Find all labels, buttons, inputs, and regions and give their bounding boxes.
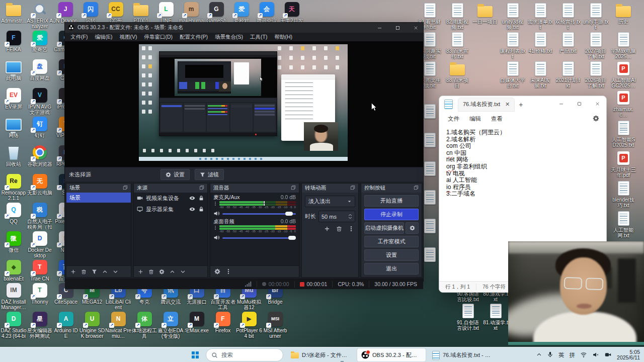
- scene-filters-button[interactable]: [92, 269, 97, 275]
- desktop-icon[interactable]: T↗Trae CN: [27, 259, 52, 282]
- desktop-icon[interactable]: 钉↗钉钉: [27, 116, 52, 138]
- desktop-icon[interactable]: ▶↗PotPlayer 64 bit: [236, 311, 262, 339]
- start-virtual-camera-button[interactable]: 启动虚拟摄像机: [364, 222, 404, 234]
- transition-select[interactable]: 淡入淡出: [305, 196, 355, 207]
- desktop-icon[interactable]: 微↗微信: [1, 230, 26, 253]
- notepad-minimize-button[interactable]: [552, 96, 570, 111]
- desktop-icon[interactable]: 回收站: [1, 144, 26, 167]
- desktop-icon[interactable]: 产品.txt: [555, 31, 581, 54]
- notepad-menu-编辑[interactable]: 编辑: [465, 114, 486, 124]
- advanced-audio-button[interactable]: [214, 268, 220, 275]
- obs-menu-item[interactable]: 视图(V): [116, 33, 140, 41]
- remove-scene-button[interactable]: [81, 269, 87, 275]
- obs-maximize-button[interactable]: [390, 23, 405, 33]
- mute-speaker-icon[interactable]: [213, 234, 220, 241]
- desktop-icon[interactable]: 双绘宣传.txt: [555, 2, 581, 30]
- volume-slider[interactable]: [222, 211, 296, 216]
- desktop-icon[interactable]: F↗FEIKA: [1, 30, 26, 52]
- desktop-icon[interactable]: F↗Firefox: [210, 311, 235, 333]
- speaker-icon[interactable]: [592, 351, 599, 359]
- popout-dock-icon[interactable]: [123, 185, 128, 191]
- slider-knob[interactable]: [285, 212, 293, 216]
- virtual-camera-settings-button[interactable]: [406, 222, 419, 234]
- desktop-icon[interactable]: 闪↗闪转: [78, 1, 103, 24]
- source-list-item[interactable]: 显示器采集: [134, 204, 207, 215]
- desktop-icon[interactable]: 88.百米项目: [445, 60, 470, 88]
- remove-transition-button[interactable]: [336, 226, 342, 232]
- desktop-icon[interactable]: PT001: [128, 1, 153, 24]
- tray-chevron-up-icon[interactable]: [536, 352, 542, 358]
- notepad-tab[interactable]: 76.域名投资.txt ✕: [458, 98, 515, 112]
- add-transition-button[interactable]: [324, 226, 330, 232]
- desktop-icon[interactable]: 历史: [611, 2, 636, 25]
- tab-close-icon[interactable]: ✕: [505, 101, 510, 108]
- volume-slider[interactable]: [222, 235, 296, 240]
- desktop-icon[interactable]: T↗Thonny: [27, 282, 52, 305]
- mute-speaker-icon[interactable]: [213, 210, 220, 217]
- desktop-icon[interactable]: A↗Arduino IDE: [53, 311, 78, 339]
- camera-icon[interactable]: [604, 351, 612, 359]
- gear-icon[interactable]: [166, 172, 171, 177]
- duration-stepper[interactable]: 50 ms: [318, 211, 355, 222]
- obs-menu-item[interactable]: 场景集合(S): [211, 33, 247, 41]
- desktop-icon[interactable]: 一日一项目: [472, 2, 498, 25]
- popout-dock-icon[interactable]: [291, 185, 296, 191]
- camera-source-icon[interactable]: [137, 195, 143, 201]
- source-properties-button[interactable]: 设置: [160, 169, 190, 180]
- obs-minimize-button[interactable]: [372, 23, 387, 33]
- add-scene-button[interactable]: [70, 269, 76, 275]
- desktop-icon[interactable]: 立↗嘉立创EDA(专业版): [158, 311, 183, 339]
- desktop-icon[interactable]: Administr...: [1, 1, 26, 24]
- source-properties-button[interactable]: [159, 269, 165, 275]
- desktop-icon[interactable]: blender技巧.txt: [611, 180, 636, 208]
- notepad-menu-查看[interactable]: 查看: [487, 114, 507, 124]
- obs-menu-item[interactable]: 停靠窗口(D): [140, 33, 176, 41]
- desktop-icon[interactable]: M↗宅Max.exe: [184, 311, 209, 333]
- move-scene-up-button[interactable]: [102, 269, 108, 275]
- desktop-icon[interactable]: 未来AI发展.txt: [528, 60, 553, 88]
- desktop-icon[interactable]: unity3d视频.txt: [500, 2, 525, 30]
- desktop-icon[interactable]: 91.自创语言设计.txt: [455, 303, 480, 331]
- lock-icon[interactable]: [198, 206, 204, 212]
- obs-menu-item[interactable]: 帮助(H): [271, 33, 296, 41]
- drag-handle-icon[interactable]: [213, 225, 217, 230]
- mixer-options-button[interactable]: [225, 268, 231, 275]
- desktop-icon[interactable]: EV↗EV录屏: [1, 87, 26, 110]
- drag-handle-icon[interactable]: [213, 201, 217, 206]
- desktop-icon[interactable]: 41.价格.txt: [528, 31, 553, 54]
- start-streaming-button[interactable]: 开始直播: [364, 195, 419, 207]
- desktop-icon[interactable]: CC↗CC帝: [103, 1, 128, 24]
- wifi-icon[interactable]: [580, 351, 587, 359]
- settings-gear-icon[interactable]: [593, 115, 599, 123]
- desktop-icon[interactable]: 自媒体大平台.txt: [500, 60, 525, 88]
- transition-options-button[interactable]: [348, 226, 354, 232]
- desktop-icon[interactable]: P人工智能AIGC2025…: [611, 60, 636, 88]
- monitor-source-icon[interactable]: [137, 206, 143, 212]
- popout-dock-icon[interactable]: [199, 185, 204, 191]
- new-tab-button[interactable]: +: [519, 101, 523, 109]
- visibility-eye-icon[interactable]: [189, 206, 195, 212]
- desktop-icon[interactable]: 星↗星火编辑器外网测试: [27, 311, 52, 339]
- move-source-up-button[interactable]: [170, 269, 175, 275]
- desktop-icon[interactable]: 会↗腾讯会议: [254, 1, 279, 24]
- desktop-icon[interactable]: 宅Max电脑2025…: [611, 31, 636, 59]
- studio-mode-button[interactable]: 工作室模式: [364, 236, 419, 247]
- source-list-item[interactable]: 视频采集设备: [134, 193, 207, 204]
- desktop-icon[interactable]: 81.动漫学.txt: [483, 303, 508, 331]
- obs-preview-area[interactable]: [65, 41, 423, 167]
- desktop-icon[interactable]: 82.电影视频.txt: [445, 2, 470, 30]
- desktop-icon[interactable]: 体↗体培远程工具: [132, 311, 157, 339]
- scene-list-item[interactable]: 场景: [66, 193, 131, 203]
- taskbar-app-notepad[interactable]: 76.域名投资.txt - Notep…: [428, 348, 496, 361]
- desktop-icon[interactable]: 无↗无影云电脑: [27, 173, 52, 196]
- desktop-icon[interactable]: ↗谷歌浏览器: [27, 144, 52, 167]
- notepad-close-button[interactable]: [588, 96, 606, 111]
- lock-icon[interactable]: [198, 195, 204, 201]
- desktop-icon[interactable]: Pzhaimax.c…: [611, 89, 636, 118]
- desktop-icon[interactable]: 此电脑: [1, 58, 26, 81]
- tray-microphone-icon[interactable]: [547, 351, 553, 359]
- taskbar-search[interactable]: 搜索: [206, 348, 283, 361]
- desktop-icon[interactable]: 课程列表.txt: [500, 31, 525, 59]
- desktop-icon[interactable]: L↗LINE: [153, 1, 179, 24]
- stop-recording-button[interactable]: 停止录制: [364, 209, 419, 220]
